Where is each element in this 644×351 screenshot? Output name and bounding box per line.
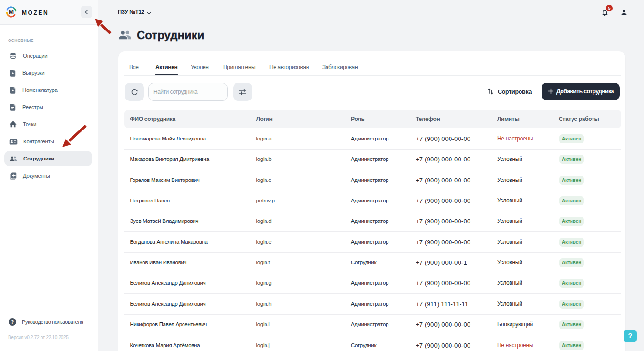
svg-text:?: ? bbox=[11, 319, 14, 325]
svg-text:M: M bbox=[9, 8, 14, 15]
